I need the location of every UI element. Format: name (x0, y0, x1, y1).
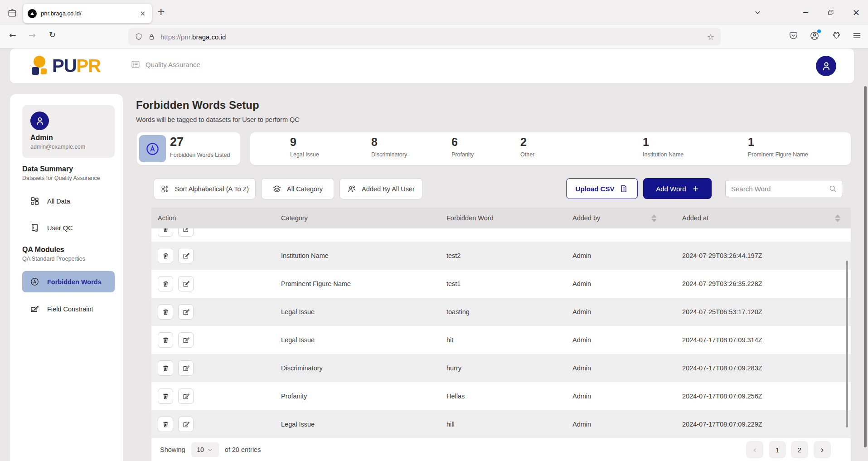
table-row: Prominent Figure Name test1 Admin 2024-0… (151, 270, 851, 298)
stat-card-categories: 9 Legal Issue 8 Discriminatory 6 Profani… (250, 132, 851, 165)
reload-button[interactable]: ↻ (49, 30, 56, 39)
cell-word: test2 (446, 252, 572, 259)
people-icon (347, 184, 356, 194)
sidebar-item-all-data[interactable]: All Data (22, 190, 115, 212)
sort-down-icon (651, 219, 657, 222)
cell-category: Discriminatory (281, 364, 446, 372)
pupr-logo-mark-icon (30, 55, 51, 76)
cell-added-by: Admin (572, 421, 682, 428)
menu-button[interactable] (852, 31, 862, 40)
sort-added-at-control[interactable] (835, 214, 840, 222)
delete-row-button[interactable] (158, 332, 173, 348)
edit-row-button[interactable] (178, 332, 194, 348)
stat-label: Legal Issue (290, 151, 319, 158)
edit-row-button[interactable] (178, 248, 194, 263)
page-size-select[interactable]: 10 (191, 442, 219, 457)
sidebar-item-forbidden-words[interactable]: Forbidden Words (22, 271, 115, 292)
back-button[interactable]: ← (9, 30, 16, 40)
delete-row-button[interactable] (158, 360, 173, 376)
firefox-view-button[interactable] (5, 6, 19, 20)
edit-row-button[interactable] (178, 417, 194, 432)
bookmark-star-icon[interactable]: ☆ (707, 32, 714, 42)
trash-icon (162, 228, 170, 233)
favicon-triangle-icon (29, 11, 35, 16)
edit-row-button[interactable] (178, 228, 194, 237)
upload-csv-button[interactable]: Upload CSV (566, 178, 638, 199)
cell-word: toasting (446, 308, 572, 315)
layers-icon (272, 184, 281, 194)
delete-row-button[interactable] (158, 248, 173, 263)
page-size-value: 10 (197, 446, 204, 453)
trash-icon (162, 364, 170, 372)
edit-icon (182, 228, 190, 233)
delete-row-button[interactable] (158, 388, 173, 404)
page-scrollbar[interactable] (864, 86, 867, 447)
stat-discriminatory: 8 Discriminatory (371, 136, 407, 158)
delete-row-button[interactable] (158, 417, 173, 432)
edit-row-button[interactable] (178, 304, 194, 320)
delete-row-button[interactable] (158, 276, 173, 291)
edit-row-button[interactable] (178, 360, 194, 376)
sidebar-item-field-constraint[interactable]: Field Constraint (22, 298, 115, 320)
sort-alphabetical-button[interactable]: Sort Alphabetical (A To Z) (154, 178, 256, 199)
forbidden-words-table: Action Category Forbidden Word Added by … (151, 208, 851, 438)
stat-value: 1 (643, 136, 684, 149)
category-filter-button[interactable]: All Category (261, 178, 334, 199)
account-button[interactable] (810, 31, 820, 41)
stat-label: Discriminatory (371, 151, 407, 158)
puzzle-icon (831, 31, 841, 40)
extensions-button[interactable] (831, 31, 841, 40)
search-input[interactable] (731, 185, 825, 193)
tab-close-icon[interactable]: × (138, 10, 147, 18)
stat-card-total: 27 Forbidden Words Listed (137, 132, 240, 165)
delete-row-button[interactable] (158, 304, 173, 320)
stat-profanity: 6 Profanity (451, 136, 474, 158)
page-2-button[interactable]: 2 (791, 441, 808, 458)
cell-action (151, 417, 281, 432)
active-tab[interactable]: pnr.braga.co.id/ × (23, 4, 152, 23)
url-text: https://pnr.braga.co.id (160, 33, 702, 41)
cell-category: Legal Issue (281, 308, 446, 315)
filter-label: Added By All User (362, 185, 415, 193)
next-page-button[interactable]: › (814, 441, 831, 458)
sort-added-by-control[interactable] (651, 214, 657, 222)
sidebar-item-user-qc[interactable]: User QC (22, 217, 115, 238)
edit-row-button[interactable] (178, 276, 194, 291)
new-tab-button[interactable]: + (157, 6, 165, 17)
firefox-view-icon (7, 8, 17, 18)
section-subtitle-qa-modules: QA Standard Proeperties (22, 256, 85, 262)
cell-category: Institution Name (281, 252, 446, 259)
close-window-button[interactable]: × (849, 6, 864, 19)
added-by-filter-button[interactable]: Added By All User (339, 178, 422, 199)
edit-icon (182, 364, 190, 372)
section-title-qa-modules: QA Modules (22, 246, 85, 254)
cell-added-by: Admin (572, 308, 682, 315)
chevron-right-icon: › (820, 445, 824, 455)
url-bar[interactable]: https://pnr.braga.co.id ☆ (128, 28, 721, 45)
forward-button[interactable]: → (29, 30, 36, 40)
restore-icon (827, 9, 834, 16)
edit-icon (182, 308, 190, 316)
edit-row-button[interactable] (178, 388, 194, 404)
cell-added-by: Admin (572, 393, 682, 400)
cell-added-at: 2024-07-17T08:07:09.314Z (682, 336, 851, 344)
restore-button[interactable] (823, 6, 838, 19)
header-avatar[interactable] (816, 56, 836, 76)
pocket-button[interactable] (789, 31, 798, 40)
minimize-button[interactable]: − (798, 6, 813, 19)
section-title-data-summary: Data Summary (22, 165, 100, 173)
table-scrollbar[interactable] (846, 261, 848, 427)
lock-icon (148, 33, 155, 41)
sort-up-icon (835, 214, 840, 218)
prev-page-button[interactable]: ‹ (746, 441, 763, 458)
list-tabs-button[interactable] (750, 6, 765, 19)
delete-row-button[interactable] (158, 228, 173, 237)
trash-icon (162, 421, 170, 428)
add-word-button[interactable]: Add Word + (643, 178, 712, 199)
logo-text-pu: PU (52, 56, 77, 76)
stat-label: Forbidden Words Listed (170, 152, 230, 158)
cell-action (151, 248, 281, 263)
document-icon (30, 223, 39, 233)
trash-icon (162, 393, 170, 400)
page-1-button[interactable]: 1 (769, 441, 786, 458)
